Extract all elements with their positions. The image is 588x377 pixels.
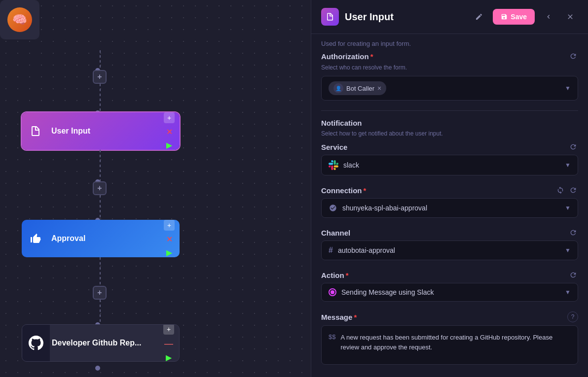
channel-header: Channel xyxy=(321,228,578,238)
link-icon xyxy=(329,204,337,212)
connector-1 xyxy=(100,50,101,70)
github-icon-box xyxy=(22,325,50,361)
save-label: Save xyxy=(511,13,527,21)
github-run-btn[interactable]: ▶ xyxy=(166,353,172,362)
service-select[interactable]: slack ▼ xyxy=(321,155,578,175)
save-icon xyxy=(501,13,508,20)
approval-node[interactable]: Approval + ✕ ▶ xyxy=(22,220,180,257)
add-node-btn-2[interactable]: + xyxy=(93,181,107,195)
add-node-btn-3[interactable]: + xyxy=(93,286,107,300)
channel-refresh-btn[interactable] xyxy=(568,228,578,238)
connector-2 xyxy=(100,84,101,112)
connection-chevron: ▼ xyxy=(565,205,571,211)
github-label: Developer Github Rep... xyxy=(50,339,163,347)
user-input-run-btn[interactable]: ▶ xyxy=(166,140,172,150)
refresh-icon-2 xyxy=(569,143,577,151)
approval-delete-btn[interactable]: ✕ xyxy=(166,235,173,244)
add-node-btn-1[interactable]: + xyxy=(93,70,107,84)
github-node[interactable]: Developer Github Rep... + — ▶ xyxy=(22,324,180,362)
channel-value: autobotai-approval xyxy=(338,246,395,254)
github-add-btn[interactable]: + xyxy=(163,324,174,335)
channel-select[interactable]: # autobotai-approval ▼ xyxy=(321,240,578,260)
connector-5 xyxy=(100,257,101,289)
connection-refresh-btn-1[interactable] xyxy=(555,185,565,195)
action-chevron: ▼ xyxy=(565,289,571,296)
connection-section: Connection* xyxy=(321,185,578,218)
action-header: Action* xyxy=(321,270,578,280)
bot-caller-tag: 👤 Bot Caller × xyxy=(329,81,386,95)
user-input-label: User Input xyxy=(49,127,164,136)
bot-caller-icon: 👤 xyxy=(333,83,343,93)
brain-icon: 🧠 xyxy=(7,7,32,32)
message-header: Message* ? xyxy=(321,311,578,322)
service-refresh-btn[interactable] xyxy=(568,142,578,152)
approval-add-btn[interactable]: + xyxy=(164,220,175,231)
authorization-chevron: ▼ xyxy=(565,85,571,92)
action-section: Action* Sending Message using Slack ▼ xyxy=(321,270,578,302)
bot-caller-label: Bot Caller xyxy=(346,85,374,92)
connection-header: Connection* xyxy=(321,185,578,195)
service-chevron: ▼ xyxy=(565,162,571,169)
connector-3 xyxy=(100,150,101,181)
connection-refresh-btn-2[interactable] xyxy=(568,185,578,195)
service-section: Service xyxy=(321,142,578,175)
close-button[interactable] xyxy=(562,9,578,25)
service-header: Service xyxy=(321,142,578,152)
authorization-desc: Select who can resolve the form. xyxy=(321,64,578,71)
right-panel: User Input Save Used for creating an inp… xyxy=(311,0,588,377)
user-input-node[interactable]: User Input + ✕ ▶ xyxy=(22,112,180,150)
pencil-icon xyxy=(475,13,483,21)
connection-value: shunyeka-spl-abai-approval xyxy=(342,204,427,212)
message-help-btn[interactable]: ? xyxy=(567,311,578,322)
divider-1 xyxy=(321,110,578,111)
authorization-header: Authorization* xyxy=(321,51,578,61)
authorization-refresh-btn[interactable] xyxy=(568,51,578,61)
channel-title: Channel xyxy=(321,229,350,237)
approval-actions: + ✕ ▶ xyxy=(164,220,180,257)
bot-caller-remove-btn[interactable]: × xyxy=(377,84,381,92)
message-field[interactable]: $$ A new request has been submitted for … xyxy=(321,325,578,365)
action-select[interactable]: Sending Message using Slack ▼ xyxy=(321,283,578,302)
action-refresh-btn[interactable] xyxy=(568,270,578,280)
user-input-delete-btn[interactable]: ✕ xyxy=(166,127,173,137)
brain-node[interactable]: 🧠 xyxy=(0,0,39,39)
user-input-icon-box xyxy=(22,112,49,150)
panel-body: Authorization* Select who can resolve th… xyxy=(311,51,588,377)
refresh-icon-3 xyxy=(569,186,577,194)
user-input-add-btn[interactable]: + xyxy=(164,112,175,123)
panel-document-icon xyxy=(326,12,334,21)
connection-actions xyxy=(555,185,578,195)
panel-node-icon xyxy=(321,8,339,26)
action-value: Sending Message using Slack xyxy=(341,288,434,296)
github-actions: + — ▶ xyxy=(163,324,179,362)
notification-desc: Select how to get notified about the use… xyxy=(321,130,578,137)
refresh-icon xyxy=(569,52,577,60)
approval-run-btn[interactable]: ▶ xyxy=(166,248,172,257)
message-title: Message* xyxy=(321,313,357,321)
notification-header: Notification xyxy=(321,119,578,127)
github-delete-btn[interactable]: — xyxy=(164,339,173,349)
approval-label: Approval xyxy=(49,234,164,243)
collapse-button[interactable] xyxy=(541,9,556,25)
channel-section: Channel # autobotai-approval ▼ xyxy=(321,228,578,260)
github-icon xyxy=(29,336,43,350)
sync-icon xyxy=(556,186,564,194)
notification-title: Notification xyxy=(321,119,362,127)
connection-title: Connection* xyxy=(321,186,366,195)
authorization-section: Authorization* Select who can resolve th… xyxy=(321,51,578,101)
message-prefix: $$ xyxy=(329,333,335,341)
service-value: slack xyxy=(343,161,359,169)
panel-header: User Input Save xyxy=(311,0,588,34)
chevron-left-icon xyxy=(545,13,552,21)
notification-section: Notification Select how to get notified … xyxy=(321,119,578,365)
connector-4 xyxy=(100,195,101,220)
edit-button[interactable] xyxy=(471,9,487,25)
action-title: Action* xyxy=(321,271,349,279)
connector-dot-bottom xyxy=(95,366,100,371)
authorization-select[interactable]: 👤 Bot Caller × ▼ xyxy=(321,76,578,101)
user-input-actions: + ✕ ▶ xyxy=(164,112,180,150)
document-icon xyxy=(30,125,41,137)
approval-icon-box xyxy=(22,220,49,257)
save-button[interactable]: Save xyxy=(493,9,535,25)
connection-select[interactable]: shunyeka-spl-abai-approval ▼ xyxy=(321,198,578,218)
